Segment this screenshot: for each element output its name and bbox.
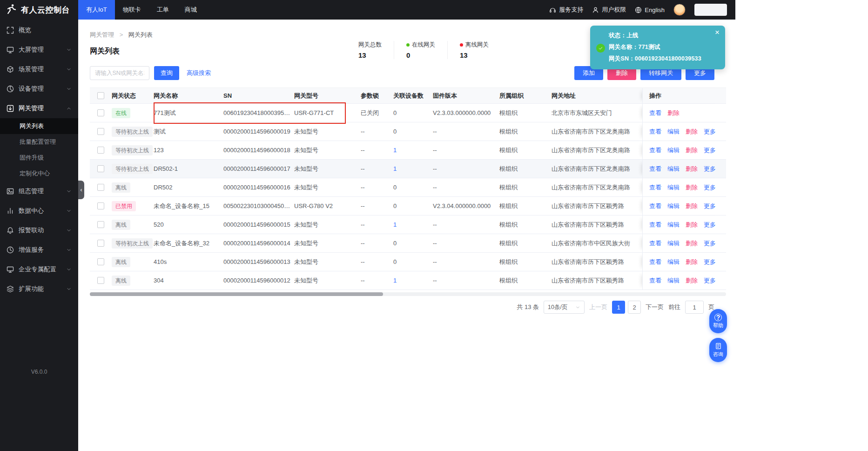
select-all-checkbox[interactable]: [97, 92, 104, 99]
op-删除[interactable]: 删除: [686, 276, 698, 285]
op-更多[interactable]: 更多: [704, 239, 716, 248]
devices-count-link[interactable]: 1: [393, 221, 397, 228]
sidebar-subitem-网关列表[interactable]: 网关列表: [0, 118, 78, 134]
op-查看[interactable]: 查看: [649, 183, 661, 192]
page-button-2[interactable]: 2: [628, 301, 641, 314]
row-checkbox[interactable]: [97, 240, 104, 247]
op-更多[interactable]: 更多: [704, 202, 716, 210]
status-cell: 离线: [112, 257, 154, 267]
advanced-search-link[interactable]: 高级搜索: [187, 69, 211, 77]
logo[interactable]: 有人云控制台: [0, 0, 78, 20]
op-更多[interactable]: 更多: [704, 128, 716, 136]
gateway-name-cell: 未命名_设备名称_32: [154, 239, 223, 248]
op-删除[interactable]: 删除: [686, 258, 698, 266]
sidebar-subitem-定制化中心[interactable]: 定制化中心: [0, 166, 78, 182]
row-checkbox-cell: [90, 184, 112, 191]
op-删除[interactable]: 删除: [686, 239, 698, 248]
op-删除[interactable]: 删除: [667, 109, 680, 117]
sidebar-item-设备管理[interactable]: 设备管理: [0, 79, 78, 99]
nav-tab-物联卡[interactable]: 物联卡: [115, 0, 149, 20]
devices-count-link[interactable]: 1: [393, 165, 397, 172]
op-编辑[interactable]: 编辑: [667, 276, 680, 285]
goto-page-input[interactable]: [685, 301, 704, 314]
row-checkbox[interactable]: [97, 184, 104, 191]
op-删除[interactable]: 删除: [686, 146, 698, 155]
horizontal-scrollbar[interactable]: [90, 292, 726, 296]
op-删除[interactable]: 删除: [686, 183, 698, 192]
op-查看[interactable]: 查看: [649, 109, 661, 117]
org-cell: 根组织: [499, 183, 552, 192]
op-查看[interactable]: 查看: [649, 221, 661, 229]
op-编辑[interactable]: 编辑: [667, 239, 680, 248]
sidebar-item-报警联动[interactable]: 报警联动: [0, 221, 78, 240]
sidebar-item-网关管理[interactable]: 网关管理: [0, 99, 78, 118]
op-查看[interactable]: 查看: [649, 128, 661, 136]
op-编辑[interactable]: 编辑: [667, 183, 680, 192]
devices-count-link[interactable]: 1: [393, 277, 397, 284]
sidebar-collapse-handle[interactable]: ‹: [78, 181, 84, 199]
sidebar-subitem-固件升级[interactable]: 固件升级: [0, 150, 78, 166]
row-checkbox[interactable]: [97, 128, 104, 135]
float-帮助[interactable]: ?帮助: [709, 309, 727, 333]
support-link[interactable]: 服务支持: [549, 6, 583, 14]
op-更多[interactable]: 更多: [704, 183, 716, 192]
op-编辑[interactable]: 编辑: [667, 202, 680, 210]
sidebar-item-概览[interactable]: 概览: [0, 20, 78, 40]
language-switch[interactable]: English: [635, 7, 665, 13]
op-编辑[interactable]: 编辑: [667, 221, 680, 229]
op-更多[interactable]: 更多: [704, 221, 716, 229]
page-button-1[interactable]: 1: [612, 301, 625, 314]
breadcrumb-item-gateway-mgmt[interactable]: 网关管理: [90, 31, 114, 38]
sidebar-item-扩展功能[interactable]: 扩展功能: [0, 279, 78, 299]
op-编辑[interactable]: 编辑: [667, 146, 680, 155]
devices-count-link[interactable]: 1: [393, 147, 397, 154]
row-checkbox[interactable]: [97, 258, 104, 265]
op-删除[interactable]: 删除: [686, 128, 698, 136]
op-删除[interactable]: 删除: [686, 165, 698, 173]
row-checkbox[interactable]: [97, 165, 104, 172]
next-page-button[interactable]: 下一页: [646, 303, 664, 311]
op-查看[interactable]: 查看: [649, 276, 661, 285]
row-checkbox[interactable]: [97, 109, 104, 116]
sidebar-item-场景管理[interactable]: 场景管理: [0, 60, 78, 79]
op-删除[interactable]: 删除: [686, 202, 698, 210]
sidebar-item-组态管理[interactable]: 组态管理: [0, 182, 78, 201]
row-checkbox[interactable]: [97, 147, 104, 154]
op-查看[interactable]: 查看: [649, 258, 661, 266]
scrollbar-thumb[interactable]: [90, 292, 383, 296]
op-查看[interactable]: 查看: [649, 202, 661, 210]
address-cell: 山东省济南市市中区民族大街: [552, 239, 642, 248]
page-size-select[interactable]: 10条/页: [544, 301, 585, 314]
address-cell: 山东省济南市历下区颖秀路: [552, 276, 642, 285]
op-查看[interactable]: 查看: [649, 165, 661, 173]
sidebar-item-数据中心[interactable]: 数据中心: [0, 201, 78, 221]
op-编辑[interactable]: 编辑: [667, 128, 680, 136]
op-删除[interactable]: 删除: [686, 221, 698, 229]
nav-tab-商城[interactable]: 商城: [177, 0, 205, 20]
op-查看[interactable]: 查看: [649, 239, 661, 248]
op-查看[interactable]: 查看: [649, 146, 661, 155]
op-更多[interactable]: 更多: [704, 276, 716, 285]
avatar[interactable]: [673, 4, 686, 16]
search-input[interactable]: [90, 66, 149, 80]
status-badge: 离线: [112, 257, 130, 267]
sidebar-item-企业专属配置[interactable]: 企业专属配置: [0, 260, 78, 279]
row-checkbox[interactable]: [97, 277, 104, 284]
nav-tab-工单[interactable]: 工单: [149, 0, 177, 20]
sidebar-subitem-批量配置管理[interactable]: 批量配置管理: [0, 134, 78, 150]
op-更多[interactable]: 更多: [704, 146, 716, 155]
permissions-link[interactable]: 用户权限: [592, 6, 626, 14]
sidebar-item-增值服务[interactable]: 增值服务: [0, 240, 78, 260]
sidebar-item-大屏管理[interactable]: 大屏管理: [0, 40, 78, 60]
float-咨询[interactable]: 咨询: [709, 338, 727, 362]
prev-page-button[interactable]: 上一页: [589, 303, 607, 311]
op-更多[interactable]: 更多: [704, 165, 716, 173]
op-编辑[interactable]: 编辑: [667, 165, 680, 173]
query-button[interactable]: 查询: [154, 66, 179, 80]
close-icon[interactable]: ×: [715, 28, 720, 37]
row-checkbox[interactable]: [97, 202, 104, 209]
nav-tab-有人IoT[interactable]: 有人IoT: [78, 0, 115, 20]
row-checkbox[interactable]: [97, 221, 104, 228]
op-编辑[interactable]: 编辑: [667, 258, 680, 266]
op-更多[interactable]: 更多: [704, 258, 716, 266]
